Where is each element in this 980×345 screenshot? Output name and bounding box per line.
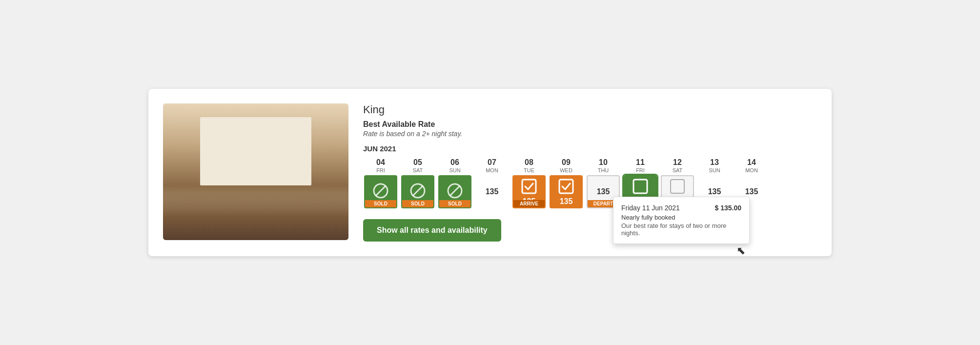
cal-date-num: 13: [710, 158, 719, 167]
cal-day-name: SUN: [709, 167, 720, 173]
svg-line-5: [450, 186, 460, 196]
rate-subtitle: Rate is based on a 2+ night stay.: [363, 130, 817, 138]
calendar-col: 06SUNSOLD: [437, 158, 472, 208]
cal-day-name: SAT: [673, 167, 683, 173]
svg-line-3: [413, 186, 423, 196]
tooltip-price: $ 135.00: [715, 204, 742, 212]
cal-cell[interactable]: 135: [550, 175, 583, 208]
cal-cell-icon: [372, 182, 389, 202]
room-image: [163, 103, 348, 240]
rate-section: Best Available Rate Rate is based on a 2…: [363, 120, 817, 138]
svg-rect-6: [522, 180, 536, 193]
cal-cell[interactable]: SOLD: [364, 175, 397, 208]
cal-cell-badge: SOLD: [402, 200, 433, 207]
cal-cell-price: 135: [560, 197, 573, 206]
cal-day-name: MON: [745, 167, 758, 173]
cal-day-name: FRI: [636, 167, 645, 173]
calendar-col: 09WED135: [549, 158, 584, 208]
cal-date-num: 14: [747, 158, 756, 167]
cal-cell-icon: [446, 182, 464, 202]
cal-day-name: TUE: [524, 167, 534, 173]
svg-rect-9: [671, 180, 684, 193]
cal-cell[interactable]: SOLD: [401, 175, 434, 208]
cal-day-name: SAT: [413, 167, 423, 173]
cal-date-num: 08: [525, 158, 533, 167]
cal-date-num: 05: [413, 158, 422, 167]
calendar-col: 07MON135: [474, 158, 510, 208]
cal-date-num: 09: [562, 158, 571, 167]
cal-cell-plain: 135: [475, 175, 509, 208]
svg-rect-7: [559, 180, 573, 193]
tooltip-row-price: Friday 11 Jun 2021 $ 135.00: [621, 204, 741, 212]
room-title: King: [363, 103, 817, 116]
hotel-card: King Best Available Rate Rate is based o…: [148, 89, 832, 256]
cal-cell-price: 135: [597, 187, 610, 196]
room-photo: [163, 103, 348, 240]
cal-day-name: MON: [486, 167, 498, 173]
cal-date-num: 10: [599, 158, 608, 167]
svg-rect-8: [633, 180, 647, 193]
cal-day-name: THU: [598, 167, 609, 173]
cal-cell-icon: [557, 178, 575, 197]
cal-cell-icon: [669, 178, 686, 197]
tooltip-box: Friday 11 Jun 2021 $ 135.00 Nearly fully…: [613, 197, 750, 244]
tooltip-warning: Nearly fully booked: [621, 214, 741, 221]
calendar-col: 08TUE135ARRIVE: [511, 158, 547, 208]
cal-cell-icon: [632, 178, 649, 197]
cal-day-name: SUN: [449, 167, 460, 173]
cal-date-num: 06: [450, 158, 459, 167]
cal-cell[interactable]: SOLD: [438, 175, 471, 208]
tooltip-info: Our best rate for stays of two or more n…: [621, 222, 741, 237]
calendar-wrapper: 04FRISOLD05SATSOLD06SUNSOLD07MON13508TUE…: [363, 158, 817, 208]
cal-cell-badge: SOLD: [365, 200, 396, 207]
cal-date-num: 11: [636, 158, 645, 167]
tooltip-date: Friday 11 Jun 2021: [621, 204, 680, 212]
rate-label: Best Available Rate: [363, 120, 817, 129]
cursor-arrow-icon: ⬉: [736, 244, 745, 257]
month-label: JUN 2021: [363, 144, 817, 153]
cal-date-num: 04: [376, 158, 385, 167]
cal-date-num: 07: [488, 158, 496, 167]
cal-cell-icon: [409, 182, 427, 202]
cal-cell-badge: ARRIVE: [513, 200, 545, 207]
room-details: King Best Available Rate Rate is based o…: [363, 103, 817, 241]
cal-date-num: 12: [673, 158, 682, 167]
cal-cell[interactable]: 135ARRIVE: [512, 175, 546, 208]
cal-day-name: WED: [560, 167, 572, 173]
calendar-col: 04FRISOLD: [363, 158, 398, 208]
cal-cell-badge: SOLD: [439, 200, 470, 207]
show-rates-button[interactable]: Show all rates and availability: [363, 219, 501, 242]
calendar-col: 05SATSOLD: [400, 158, 435, 208]
cal-cell-icon: [520, 178, 538, 197]
svg-line-1: [376, 186, 386, 196]
cal-day-name: FRI: [376, 167, 385, 173]
